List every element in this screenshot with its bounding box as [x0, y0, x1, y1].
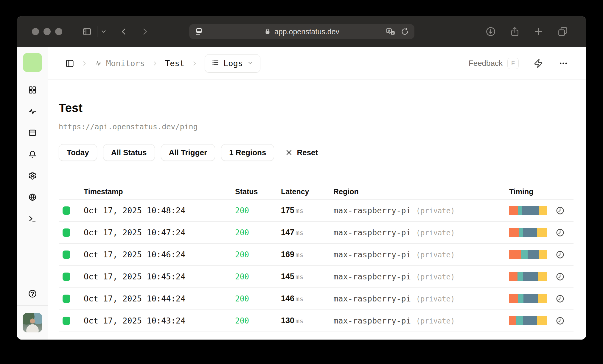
- timing-bar: [509, 272, 547, 281]
- sidebar-item-notifications[interactable]: [28, 150, 37, 158]
- log-status-code: 200: [235, 206, 281, 215]
- log-timestamp: Oct 17, 2025 10:44:24: [84, 294, 235, 303]
- timing-bar: [509, 316, 547, 325]
- sidebar-item-settings[interactable]: [28, 172, 37, 180]
- log-latency: 145 ms: [281, 272, 333, 281]
- downloads-icon[interactable]: [485, 26, 496, 37]
- region-name: max-raspberry-pi: [333, 250, 411, 259]
- latency-unit: ms: [296, 295, 304, 303]
- latency-value: 145: [281, 272, 294, 281]
- clock-icon[interactable]: [556, 294, 565, 303]
- terminal-icon: [28, 214, 37, 223]
- sidebar-item-domains[interactable]: [28, 193, 37, 201]
- log-row[interactable]: Oct 17, 2025 10:46:24 200 169 ms max-ras…: [59, 244, 574, 266]
- breadcrumb-monitor-name[interactable]: Test: [165, 59, 184, 68]
- bell-icon: [28, 150, 37, 158]
- table-header-row: Timestamp Status Latency Region Timing: [59, 184, 574, 200]
- filter-period-button[interactable]: Today: [59, 144, 97, 161]
- log-row[interactable]: Oct 17, 2025 10:48:24 200 175 ms max-ras…: [59, 200, 574, 222]
- sidebar-divider: [17, 305, 48, 306]
- sidebar-item-cli[interactable]: [28, 214, 37, 223]
- status-indicator: [63, 273, 70, 281]
- log-row[interactable]: Oct 17, 2025 10:43:24 200 130 ms max-ras…: [59, 310, 574, 332]
- filter-regions-button[interactable]: 1 Regions: [221, 144, 274, 161]
- status-indicator: [63, 251, 70, 259]
- app-sidebar-toggle-button[interactable]: [65, 59, 74, 68]
- tab-overview-icon[interactable]: [557, 26, 568, 37]
- log-row[interactable]: Oct 17, 2025 10:44:24 200 146 ms max-ras…: [59, 288, 574, 310]
- timing-bar: [509, 250, 547, 259]
- sidebar-item-monitors[interactable]: [28, 107, 37, 116]
- back-button-icon[interactable]: [119, 27, 128, 36]
- forward-button-icon[interactable]: [140, 27, 149, 36]
- sidebar-item-status-pages[interactable]: [28, 129, 37, 137]
- latency-unit: ms: [296, 207, 304, 214]
- toolbar-right-group: [485, 26, 586, 37]
- browser-sidebar-toggle-icon[interactable]: [82, 27, 92, 37]
- feedback-button[interactable]: Feedback F: [469, 58, 519, 69]
- log-timestamp: Oct 17, 2025 10:45:24: [84, 272, 235, 281]
- browser-window: app.openstatus.dev A: [17, 16, 586, 340]
- log-status-code: 200: [235, 294, 281, 303]
- log-timestamp: Oct 17, 2025 10:46:24: [84, 250, 235, 259]
- sidebar-item-dashboard[interactable]: [28, 86, 37, 94]
- log-region: max-raspberry-pi (private): [333, 272, 509, 281]
- region-name: max-raspberry-pi: [333, 206, 411, 215]
- log-region: max-raspberry-pi (private): [333, 316, 509, 326]
- address-bar[interactable]: app.openstatus.dev A: [189, 24, 414, 39]
- log-timestamp: Oct 17, 2025 10:43:24: [84, 316, 235, 325]
- lightning-icon: [534, 59, 543, 68]
- ellipsis-icon: [559, 59, 568, 68]
- log-status-code: 200: [235, 250, 281, 259]
- tab-group-chevron-icon[interactable]: [100, 28, 107, 35]
- chevron-down-icon: [247, 59, 254, 68]
- chevron-right-icon: [152, 60, 158, 66]
- log-row[interactable]: Oct 17, 2025 10:45:24 200 145 ms max-ras…: [59, 266, 574, 288]
- log-region: max-raspberry-pi (private): [333, 228, 509, 237]
- log-latency: 169 ms: [281, 250, 333, 259]
- keyboard-shortcut-badge: F: [507, 58, 519, 69]
- breadcrumb-monitors[interactable]: Monitors: [94, 59, 145, 68]
- page-title: Test: [59, 101, 574, 115]
- workspace-logo[interactable]: [23, 53, 42, 72]
- window-controls: [32, 28, 62, 35]
- log-latency: 130 ms: [281, 316, 333, 325]
- help-button[interactable]: [28, 289, 37, 298]
- user-avatar[interactable]: [23, 313, 42, 332]
- minimize-window-button[interactable]: [43, 28, 51, 35]
- grid-icon: [28, 86, 37, 94]
- latency-unit: ms: [296, 251, 304, 259]
- share-icon[interactable]: [510, 26, 520, 37]
- log-latency: 175 ms: [281, 206, 333, 215]
- clock-icon[interactable]: [556, 272, 565, 281]
- log-latency: 147 ms: [281, 228, 333, 237]
- clock-icon[interactable]: [556, 206, 565, 215]
- quick-actions-button[interactable]: [534, 59, 543, 68]
- clock-icon[interactable]: [556, 228, 565, 237]
- latency-value: 175: [281, 206, 294, 215]
- new-tab-icon[interactable]: [534, 27, 544, 37]
- region-name: max-raspberry-pi: [333, 294, 411, 303]
- log-timestamp: Oct 17, 2025 10:47:24: [84, 228, 235, 237]
- log-row[interactable]: Oct 17, 2025 10:47:24 200 147 ms max-ras…: [59, 222, 574, 244]
- toolbar-divider: [97, 26, 97, 37]
- reset-filters-button[interactable]: Reset: [285, 148, 318, 157]
- region-visibility-note: (private): [416, 273, 455, 281]
- clock-icon[interactable]: [556, 316, 565, 325]
- region-name: max-raspberry-pi: [333, 272, 411, 281]
- view-selector-logs[interactable]: Logs: [205, 54, 260, 73]
- header-actions: Feedback F: [469, 58, 568, 69]
- gear-icon: [28, 172, 37, 180]
- log-region: max-raspberry-pi (private): [333, 294, 509, 304]
- clock-icon[interactable]: [556, 250, 565, 259]
- log-status-code: 200: [235, 316, 281, 325]
- region-visibility-note: (private): [416, 317, 455, 325]
- panel-left-icon: [65, 59, 74, 68]
- log-region: max-raspberry-pi (private): [333, 250, 509, 259]
- more-options-button[interactable]: [559, 59, 568, 68]
- filter-status-button[interactable]: All Status: [103, 144, 155, 161]
- zoom-window-button[interactable]: [55, 28, 62, 35]
- breadcrumb: Monitors Test Logs: [48, 47, 586, 80]
- filter-trigger-button[interactable]: All Trigger: [161, 144, 215, 161]
- close-window-button[interactable]: [32, 28, 39, 35]
